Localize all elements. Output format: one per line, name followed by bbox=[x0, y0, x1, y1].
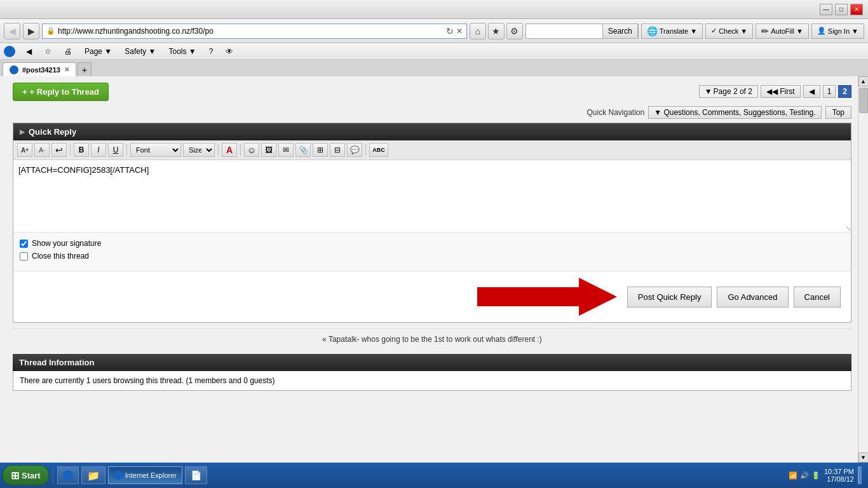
favorites-button[interactable]: ★ bbox=[488, 23, 505, 39]
page-2-button[interactable]: 2 bbox=[838, 85, 851, 98]
page-content: + + Reply to Thread ▼ Page 2 of 2 ◀◀ Fir… bbox=[0, 76, 868, 463]
page-menu-item[interactable]: Page ▼ bbox=[79, 44, 118, 58]
network-icon: 📶 bbox=[789, 471, 797, 480]
quick-navigation: Quick Navigation ▼ Questions, Comments, … bbox=[13, 106, 851, 119]
italic-button[interactable]: I bbox=[91, 143, 106, 157]
tools-menu-item[interactable]: Tools ▼ bbox=[163, 44, 201, 58]
undo-button[interactable]: ↩ bbox=[51, 143, 67, 157]
close-nav-icon[interactable]: ✕ bbox=[456, 27, 463, 36]
email-button[interactable]: ✉ bbox=[278, 143, 294, 157]
autofill-button[interactable]: ✏ AutoFill ▼ bbox=[756, 24, 809, 39]
taskbar-ie-icon bbox=[57, 466, 79, 484]
taskbar-extra-item[interactable]: 📄 bbox=[185, 466, 207, 484]
toolbar-separator-3 bbox=[218, 144, 219, 156]
quick-nav-label: Quick Navigation bbox=[587, 108, 644, 117]
attachment-button[interactable]: 📎 bbox=[295, 143, 311, 157]
go-advanced-button[interactable]: Go Advanced bbox=[717, 287, 788, 308]
scrollbar: ▲ ▼ bbox=[858, 76, 868, 463]
decrease-font-button[interactable]: A- bbox=[34, 143, 50, 157]
page-indicator: ▼ Page 2 of 2 bbox=[699, 85, 758, 98]
svg-marker-0 bbox=[477, 278, 617, 316]
bold-button[interactable]: B bbox=[74, 143, 89, 157]
arrow-svg bbox=[477, 278, 617, 316]
cancel-button[interactable]: Cancel bbox=[794, 287, 841, 308]
increase-font-button[interactable]: A+ bbox=[17, 143, 32, 157]
search-input[interactable] bbox=[526, 24, 602, 38]
print-menu-item[interactable]: 🖨 bbox=[58, 44, 78, 58]
table2-button[interactable]: ⊟ bbox=[330, 143, 345, 157]
options-area: Show your signature Close this thread bbox=[13, 232, 851, 271]
spell-button[interactable]: ABC bbox=[369, 143, 388, 157]
maximize-button[interactable]: □ bbox=[835, 4, 848, 15]
ie-logo-small bbox=[114, 471, 123, 480]
post-quick-reply-button[interactable]: Post Quick Reply bbox=[627, 287, 712, 308]
tab-bar: #post34213 ✕ + bbox=[0, 60, 868, 76]
toolbar-separator-5 bbox=[365, 144, 366, 156]
translate-icon: 🌐 bbox=[647, 26, 658, 36]
close-thread-row: Close this thread bbox=[20, 252, 844, 261]
emulation-icon[interactable]: 👁 bbox=[220, 44, 239, 58]
show-signature-label[interactable]: Show your signature bbox=[32, 239, 101, 248]
resize-handle[interactable]: ⤡ bbox=[842, 223, 851, 232]
scroll-up-button[interactable]: ▲ bbox=[858, 76, 869, 86]
tab-favicon bbox=[10, 65, 18, 74]
active-tab[interactable]: #post34213 ✕ bbox=[3, 62, 76, 76]
table-button[interactable]: ⊞ bbox=[313, 143, 328, 157]
close-thread-label[interactable]: Close this thread bbox=[32, 252, 89, 261]
taskbar: ⊞ Start 📁 Internet Explorer 📄 📶 🔊 🔋 10:3… bbox=[0, 463, 868, 488]
page-1-button[interactable]: 1 bbox=[823, 85, 836, 98]
size-select[interactable]: Size bbox=[183, 143, 215, 157]
show-desktop-icon[interactable] bbox=[858, 466, 862, 484]
taskbar-right: 📶 🔊 🔋 10:37 PM 17/08/12 bbox=[789, 466, 865, 484]
image-button[interactable]: 🖼 bbox=[261, 143, 276, 157]
user-icon: 👤 bbox=[817, 27, 826, 35]
speech-button[interactable]: 💬 bbox=[347, 143, 362, 157]
editor-toolbar: A+ A- ↩ B I U Font Size A ☺ 🖼 ✉ 📎 ⊞ ⊟ 💬 bbox=[13, 140, 851, 160]
taskbar-active-item[interactable]: Internet Explorer bbox=[108, 466, 182, 484]
first-page-button[interactable]: ◀◀ First bbox=[761, 85, 801, 98]
search-button[interactable]: Search bbox=[602, 24, 638, 39]
toolbar-separator-1 bbox=[70, 144, 71, 156]
check-button[interactable]: ✓ Check ▼ bbox=[705, 24, 753, 39]
address-input[interactable] bbox=[58, 27, 444, 36]
editor-container: [ATTACH=CONFIG]2583[/ATTACH] ⤡ bbox=[13, 160, 851, 232]
help-menu-item[interactable]: ? bbox=[203, 44, 219, 58]
refresh-icon[interactable]: ↻ bbox=[446, 26, 454, 36]
translate-button[interactable]: 🌐 Translate ▼ bbox=[641, 24, 703, 39]
check-icon: ✓ bbox=[711, 27, 717, 35]
close-button[interactable]: ✕ bbox=[850, 4, 863, 15]
top-button[interactable]: Top bbox=[825, 106, 851, 119]
reply-to-thread-button[interactable]: + + Reply to Thread bbox=[13, 83, 109, 101]
start-button[interactable]: ⊞ Start bbox=[3, 465, 49, 485]
windows-logo: ⊞ bbox=[11, 470, 19, 482]
prev-page-button[interactable]: ◀ bbox=[803, 85, 820, 98]
fav-star-icon[interactable]: ☆ bbox=[39, 44, 57, 58]
prev-thread-link[interactable]: « Tapatalk- whos going to be the 1st to … bbox=[322, 335, 542, 344]
back-nav-icon[interactable]: ◀ bbox=[20, 44, 37, 58]
plus-icon: + bbox=[22, 87, 27, 97]
new-tab-button[interactable]: + bbox=[78, 62, 92, 76]
tools-icon-button[interactable]: ⚙ bbox=[506, 23, 523, 39]
font-color-button[interactable]: A bbox=[222, 143, 237, 157]
reply-textarea[interactable]: [ATTACH=CONFIG]2583[/ATTACH] bbox=[13, 160, 851, 230]
scroll-down-button[interactable]: ▼ bbox=[858, 452, 869, 463]
home-button[interactable]: ⌂ bbox=[470, 23, 486, 39]
header-arrow-icon: ▶ bbox=[20, 128, 25, 135]
emoji-button[interactable]: ☺ bbox=[244, 143, 259, 157]
tab-close-icon[interactable]: ✕ bbox=[64, 66, 69, 73]
show-signature-checkbox[interactable] bbox=[20, 240, 28, 248]
font-select[interactable]: Font bbox=[130, 143, 181, 157]
system-icons: 📶 🔊 🔋 bbox=[789, 471, 820, 480]
scroll-thumb[interactable] bbox=[859, 88, 868, 113]
system-clock: 10:37 PM 17/08/12 bbox=[824, 468, 854, 483]
toolbar-separator-4 bbox=[240, 144, 241, 156]
quick-nav-select[interactable]: ▼ Questions, Comments, Suggestions, Test… bbox=[648, 106, 821, 119]
minimize-button[interactable]: — bbox=[820, 4, 832, 15]
back-button[interactable]: ◀ bbox=[4, 23, 20, 39]
safety-menu-item[interactable]: Safety ▼ bbox=[119, 44, 161, 58]
forward-button[interactable]: ▶ bbox=[23, 23, 39, 39]
underline-button[interactable]: U bbox=[108, 143, 123, 157]
sign-in-button[interactable]: 👤 Sign In ▼ bbox=[811, 24, 864, 39]
close-thread-checkbox[interactable] bbox=[20, 252, 28, 261]
browser-toolbar: ◀ ▶ 🔒 ↻ ✕ ⌂ ★ ⚙ Search 🌐 Translate ▼ ✓ C… bbox=[0, 19, 868, 43]
